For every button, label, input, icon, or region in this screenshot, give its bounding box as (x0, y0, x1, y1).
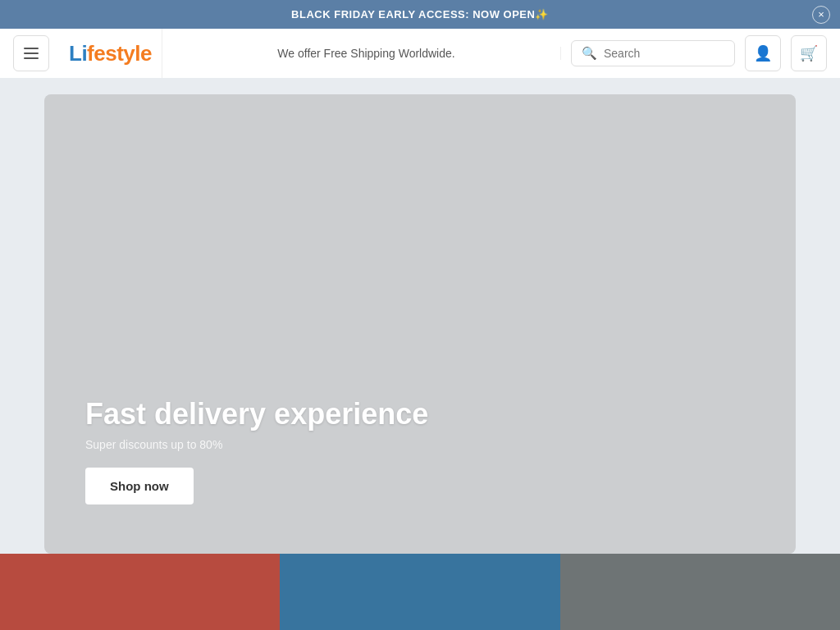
search-area: 🔍 (571, 40, 735, 66)
logo[interactable]: Lifestyle (69, 41, 152, 66)
hamburger-menu-button[interactable] (13, 35, 49, 71)
hero-content: Fast delivery experience Super discounts… (85, 397, 428, 504)
hero-banner: Fast delivery experience Super discounts… (44, 94, 796, 554)
search-icon: 🔍 (582, 46, 597, 61)
product-thumb-1[interactable] (0, 554, 280, 630)
account-button[interactable]: 👤 (745, 35, 781, 71)
product-thumb-2[interactable] (280, 554, 559, 630)
cart-button[interactable]: 🛒 (791, 35, 827, 71)
tagline: We offer Free Shipping Worldwide. (172, 47, 561, 60)
search-input[interactable] (604, 47, 724, 60)
logo-li-part: Li (69, 41, 87, 66)
hero-subtitle: Super discounts up to 80% (85, 438, 428, 451)
main-content: Fast delivery experience Super discounts… (0, 78, 840, 554)
product-thumb-3[interactable] (560, 554, 840, 630)
announcement-text: BLACK FRIDAY EARLY ACCESS: NOW OPEN✨ (291, 8, 549, 21)
hamburger-line-3 (24, 57, 39, 59)
shop-now-button[interactable]: Shop now (85, 468, 194, 504)
cart-icon: 🛒 (800, 44, 818, 62)
hamburger-line-1 (24, 48, 39, 49)
product-strip (0, 554, 840, 630)
announcement-bar: BLACK FRIDAY EARLY ACCESS: NOW OPEN✨ × (0, 0, 840, 29)
logo-rest-part: festyle (87, 41, 152, 66)
announcement-close-button[interactable]: × (812, 6, 830, 24)
hero-title: Fast delivery experience (85, 397, 428, 431)
hamburger-line-2 (24, 52, 39, 54)
header: Lifestyle We offer Free Shipping Worldwi… (0, 29, 840, 78)
account-icon: 👤 (754, 44, 772, 62)
logo-wrapper: Lifestyle (59, 29, 162, 78)
